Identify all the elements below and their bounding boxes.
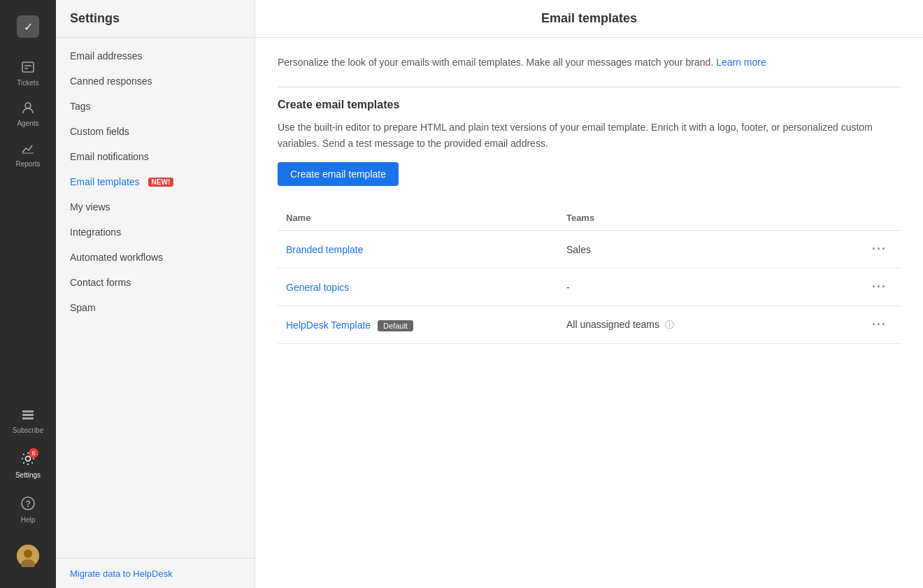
section-desc: Use the built-in editor to prepare HTML … (278, 120, 901, 151)
general-topics-link[interactable]: General topics (286, 282, 349, 293)
nav-agents[interactable]: Agents (8, 94, 48, 134)
subscribe-label: Subscribe (13, 426, 43, 434)
svg-rect-5 (22, 410, 34, 413)
branded-template-link[interactable]: Branded template (286, 244, 364, 255)
reports-icon (21, 141, 35, 157)
template-name-branded: Branded template (278, 231, 558, 268)
more-options-branded[interactable]: ··· (866, 241, 892, 258)
nav-settings[interactable]: 6 Settings (7, 444, 49, 486)
sidebar-item-contact-forms[interactable]: Contact forms (56, 270, 255, 295)
divider (278, 87, 901, 87)
sidebar-nav: Email addresses Canned responses Tags Cu… (56, 38, 255, 558)
page-title: Email templates (255, 0, 923, 38)
more-options-general[interactable]: ··· (866, 278, 892, 296)
sidebar-item-email-addresses[interactable]: Email addresses (56, 43, 255, 69)
sidebar-item-email-templates[interactable]: Email templates NEW! (56, 169, 255, 194)
help-icon: ? (20, 496, 36, 513)
default-badge: Default (378, 320, 413, 331)
col-header-name: Name (278, 206, 558, 231)
template-teams-branded: Sales (558, 231, 838, 268)
svg-text:?: ? (26, 499, 31, 509)
tickets-label: Tickets (17, 79, 38, 87)
col-header-teams: Teams (558, 206, 838, 231)
template-actions-branded: ··· (838, 231, 901, 268)
svg-point-12 (24, 550, 32, 558)
settings-label: Settings (15, 471, 41, 479)
nav-help[interactable]: ? Help (7, 489, 49, 531)
sidebar-item-automated-workflows[interactable]: Automated workflows (56, 245, 255, 270)
svg-point-3 (25, 103, 31, 108)
sidebar-item-tags[interactable]: Tags (56, 94, 255, 119)
template-actions-helpdesk: ··· (838, 306, 901, 344)
table-row: Branded template Sales ··· (278, 231, 901, 268)
sidebar-item-my-views[interactable]: My views (56, 194, 255, 220)
user-avatar[interactable] (7, 538, 49, 574)
sidebar-item-custom-fields[interactable]: Custom fields (56, 119, 255, 144)
help-label: Help (21, 516, 36, 524)
sidebar-item-email-notifications[interactable]: Email notifications (56, 144, 255, 169)
sidebar-item-spam[interactable]: Spam (56, 295, 255, 320)
avatar-image (17, 545, 39, 567)
templates-table: Name Teams Branded template Sales ··· (278, 206, 901, 344)
app-logo: ✓ (8, 7, 48, 46)
icon-nav: ✓ Tickets Agents (0, 0, 56, 588)
create-email-template-button[interactable]: Create email template (278, 162, 399, 186)
svg-point-8 (26, 457, 31, 461)
agents-label: Agents (17, 120, 38, 127)
sidebar-title: Settings (56, 0, 255, 38)
template-actions-general: ··· (838, 268, 901, 306)
sidebar-footer: Migrate data to HelpDesk (56, 558, 255, 588)
nav-reports[interactable]: Reports (8, 134, 48, 175)
settings-sidebar: Settings Email addresses Canned response… (56, 0, 255, 588)
svg-rect-0 (22, 62, 34, 72)
nav-subscribe[interactable]: Subscribe (7, 401, 49, 441)
helpdesk-template-link[interactable]: HelpDesk Template (286, 320, 371, 331)
sidebar-item-integrations[interactable]: Integrations (56, 220, 255, 245)
subscribe-icon (21, 408, 35, 424)
table-row: General topics - ··· (278, 268, 901, 306)
svg-rect-7 (22, 417, 34, 420)
logo-icon: ✓ (24, 20, 33, 34)
template-name-general: General topics (278, 268, 558, 306)
settings-badge: 6 (29, 448, 38, 458)
col-header-actions (838, 206, 901, 231)
template-name-helpdesk: HelpDesk Template Default (278, 306, 558, 344)
reports-label: Reports (15, 160, 40, 168)
main-content: Email templates Personalize the look of … (255, 0, 923, 588)
sidebar-item-canned-responses[interactable]: Canned responses (56, 69, 255, 94)
template-teams-helpdesk: All unassigned teams ⓘ (558, 306, 838, 344)
more-options-helpdesk[interactable]: ··· (866, 316, 892, 334)
migrate-data-link[interactable]: Migrate data to HelpDesk (70, 568, 173, 579)
description-text: Personalize the look of your emails with… (278, 55, 901, 70)
nav-tickets[interactable]: Tickets (8, 53, 48, 94)
template-teams-general: - (558, 268, 838, 306)
tickets-icon (21, 60, 35, 76)
info-icon[interactable]: ⓘ (665, 320, 674, 330)
svg-rect-6 (22, 414, 34, 416)
learn-more-link[interactable]: Learn more (716, 57, 766, 68)
agents-icon (21, 101, 35, 117)
section-title: Create email templates (278, 99, 901, 111)
new-badge: NEW! (148, 178, 174, 187)
table-row: HelpDesk Template Default All unassigned… (278, 306, 901, 344)
main-body: Personalize the look of your emails with… (255, 38, 923, 361)
